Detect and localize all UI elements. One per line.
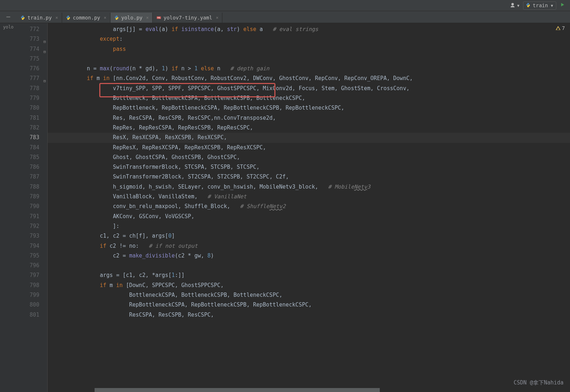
- close-icon[interactable]: ×: [55, 15, 58, 20]
- code-line[interactable]: conv_bn_relu_maxpool, Shuffle_Block, # S…: [48, 202, 570, 211]
- line-number[interactable]: 794: [17, 241, 47, 251]
- code-line[interactable]: RepRes, RepResCSPA, RepResCSPB, RepResCS…: [48, 123, 570, 133]
- line-number[interactable]: 791: [17, 212, 47, 221]
- line-number[interactable]: 787: [17, 172, 47, 182]
- user-icon: [510, 3, 515, 8]
- yml-file-icon: YML: [156, 15, 161, 20]
- chevron-down-icon: ▼: [517, 4, 519, 8]
- minimize-icon[interactable]: [5, 14, 11, 21]
- line-number[interactable]: 779: [17, 93, 47, 103]
- code-line[interactable]: Res, ResCSPA, ResCSPB, ResCSPC,nn.ConvTr…: [48, 113, 570, 123]
- run-button[interactable]: [560, 2, 565, 9]
- run-config-select[interactable]: train ▼: [523, 1, 556, 10]
- line-number[interactable]: 790: [17, 202, 47, 211]
- line-number[interactable]: 798: [17, 281, 47, 290]
- close-icon[interactable]: ×: [146, 15, 149, 20]
- py-file-icon: [66, 15, 71, 20]
- code-line[interactable]: pass: [48, 44, 570, 54]
- run-config-label: train: [533, 3, 548, 8]
- code-line[interactable]: n = max(round(n * gd), 1) if n > 1 else …: [48, 64, 570, 74]
- code-line[interactable]: args = [c1, c2, *args[1:]]: [48, 270, 570, 280]
- close-icon[interactable]: ×: [104, 15, 106, 20]
- tab-yolov7-tiny-yaml[interactable]: YMLyolov7-tiny.yaml×: [153, 13, 222, 23]
- code-line[interactable]: AKConv, GSConv, VoVGSCSP,: [48, 212, 570, 221]
- line-number[interactable]: 797: [17, 270, 47, 280]
- line-number[interactable]: 784: [17, 143, 47, 153]
- editor-tabs: train.py×common.py×yolo.py×YMLyolov7-tin…: [0, 11, 570, 23]
- line-number[interactable]: 795: [17, 251, 47, 261]
- code-line[interactable]: SwinTransformerBlock, STCSPA, STCSPB, ST…: [48, 162, 570, 172]
- code-line[interactable]: v7tiny_SPP, SPP, SPPF, SPPCSPC, GhostSPP…: [48, 84, 570, 93]
- line-number[interactable]: 783: [17, 133, 47, 142]
- line-number[interactable]: 777⊟: [17, 74, 47, 83]
- close-icon[interactable]: ×: [216, 15, 218, 20]
- code-line[interactable]: c2 = make_divisible(c2 * gw, 8): [48, 251, 570, 261]
- gutter[interactable]: 772773⊟774⊟775776777⊟7787797807817827837…: [17, 23, 48, 392]
- tab-label: train.py: [27, 15, 52, 21]
- line-number[interactable]: 781: [17, 113, 47, 123]
- code-line[interactable]: args[j] = eval(a) if isinstance(a, str) …: [48, 25, 570, 34]
- py-file-icon: [20, 15, 25, 20]
- line-number[interactable]: 799: [17, 290, 47, 300]
- line-number[interactable]: 789: [17, 192, 47, 202]
- line-number[interactable]: 775: [17, 54, 47, 64]
- line-number[interactable]: 780: [17, 103, 47, 113]
- tab-yolo-py[interactable]: yolo.py×: [110, 13, 153, 23]
- user-menu[interactable]: ▼: [510, 3, 519, 8]
- toolbar: ▼ train ▼: [0, 0, 570, 11]
- problems-count: 7: [562, 25, 565, 31]
- code-area[interactable]: args[j] = eval(a) if isinstance(a, str) …: [48, 23, 570, 392]
- code-line[interactable]: RepBottleneckCSPA, RepBottleneckCSPB, Re…: [48, 300, 570, 310]
- line-number[interactable]: 776: [17, 64, 47, 74]
- python-icon: [526, 3, 531, 9]
- code-line[interactable]: h_sigmoid, h_swish, SELayer, conv_bn_hsw…: [48, 182, 570, 192]
- line-number[interactable]: 773⊟: [17, 34, 47, 44]
- code-line[interactable]: if m in [nn.Conv2d, Conv, RobustConv, Ro…: [48, 74, 570, 83]
- code-line[interactable]: VanillaBlock, VanillaStem, # VanillaNet: [48, 192, 570, 202]
- code-line[interactable]: Bottleneck, BottleneckCSPA, BottleneckCS…: [48, 93, 570, 103]
- line-number[interactable]: 786: [17, 162, 47, 172]
- code-line[interactable]: BottleneckCSPA, BottleneckCSPB, Bottlene…: [48, 290, 570, 300]
- code-line[interactable]: c1, c2 = ch[f], args[0]: [48, 231, 570, 241]
- line-number[interactable]: 772: [17, 25, 47, 34]
- code-line[interactable]: [48, 54, 570, 64]
- line-number[interactable]: 782: [17, 123, 47, 133]
- tab-train-py[interactable]: train.py×: [17, 13, 62, 23]
- tab-label: common.py: [73, 15, 100, 21]
- code-line[interactable]: if c2 != no: # if not output: [48, 241, 570, 251]
- h-scrollbar-thumb[interactable]: [95, 388, 380, 392]
- tab-label: yolov7-tiny.yaml: [164, 15, 212, 21]
- problems-widget[interactable]: 7: [556, 25, 565, 31]
- code-line[interactable]: ]:: [48, 221, 570, 231]
- line-number[interactable]: 788: [17, 182, 47, 192]
- code-line[interactable]: ResCSPA, ResCSPB, ResCSPC,: [48, 310, 570, 320]
- code-line[interactable]: SwinTransformer2Block, ST2CSPA, ST2CSPB,…: [48, 172, 570, 182]
- watermark: CSDN @拿下Nahida: [514, 379, 564, 386]
- chevron-down-icon: ▼: [551, 4, 553, 8]
- svg-text:YML: YML: [157, 17, 161, 19]
- line-number[interactable]: 792: [17, 221, 47, 231]
- line-number[interactable]: 778: [17, 84, 47, 93]
- code-line[interactable]: RepBottleneck, RepBottleneckCSPA, RepBot…: [48, 103, 570, 113]
- line-number[interactable]: 801: [17, 310, 47, 320]
- editor: yolo 772773⊟774⊟775776777⊟77877978078178…: [0, 23, 570, 392]
- tab-label: yolo.py: [121, 15, 143, 21]
- svg-rect-0: [6, 17, 10, 17]
- line-number[interactable]: 800: [17, 300, 47, 310]
- code-line[interactable]: [48, 261, 570, 270]
- play-icon: [560, 2, 565, 7]
- code-line[interactable]: Ghost, GhostCSPA, GhostCSPB, GhostCSPC,: [48, 153, 570, 162]
- code-line[interactable]: RepResX, RepResXCSPA, RepResXCSPB, RepRe…: [48, 143, 570, 153]
- code-line[interactable]: ResX, ResXCSPA, ResXCSPB, ResXCSPC,: [48, 133, 570, 142]
- left-tool-strip: yolo: [0, 23, 17, 392]
- breadcrumb-label: yolo: [3, 25, 14, 30]
- line-number[interactable]: 796: [17, 261, 47, 270]
- code-line[interactable]: if m in [DownC, SPPCSPC, GhostSPPCSPC,: [48, 281, 570, 290]
- line-number[interactable]: 793: [17, 231, 47, 241]
- tab-common-py[interactable]: common.py×: [62, 13, 110, 23]
- line-number[interactable]: 785: [17, 153, 47, 162]
- h-scrollbar[interactable]: [95, 388, 570, 392]
- code-line[interactable]: except:: [48, 34, 570, 44]
- warning-icon: [556, 26, 561, 31]
- line-number[interactable]: 774⊟: [17, 44, 47, 54]
